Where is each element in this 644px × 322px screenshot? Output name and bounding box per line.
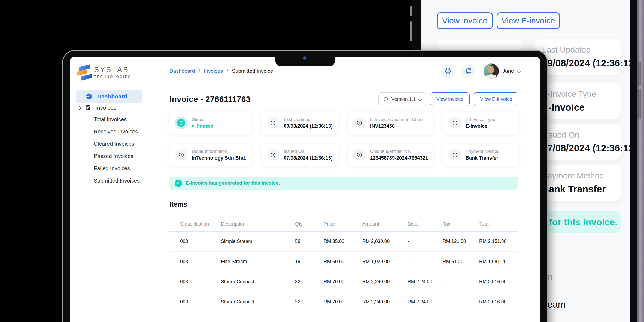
version-label: Version 1.1 (391, 96, 416, 102)
card-buyer-information: Buyer Information inTechnology Sdn Bhd. (169, 144, 252, 166)
view-invoice-label: View invoice (436, 96, 464, 102)
cell: 32 (295, 299, 324, 305)
cell: - (408, 259, 443, 265)
sidebar-item-total-invoices[interactable]: Total Invoices (70, 113, 149, 126)
cell: RM 2,016.00 (479, 279, 518, 285)
page-title: Invoice - 2786111763 (169, 95, 251, 104)
view-einvoice-label: View E-invoice (480, 96, 512, 102)
cell: 003 (180, 279, 221, 285)
col-header: Amount (362, 221, 408, 227)
table-row: 003 Simple Stream 58 RM 35.00 RM 2,030.0… (169, 232, 518, 252)
col-header: Description (221, 221, 295, 227)
cell: - (408, 239, 443, 244)
card-status: Status Passed (169, 112, 252, 134)
breadcrumb-current: Submitted Invoice (232, 68, 273, 74)
cell: - (443, 279, 479, 285)
sidebar-item-label: Dashboard (97, 93, 127, 100)
phone-view-einvoice-button[interactable]: View E-invoice (497, 12, 560, 29)
card-label: E-Invoice Document Code (370, 117, 423, 122)
col-header: Tax (443, 221, 479, 227)
card-value: inTechnology Sdn Bhd. (192, 155, 246, 161)
sidebar-item-cleared-invoices[interactable]: Cleared Invoices (70, 138, 149, 150)
avatar (484, 63, 499, 79)
version-dropdown[interactable]: Version 1.1 (378, 92, 426, 106)
card-value: E-Invoice (466, 123, 495, 129)
stage: View invoice View E-invoice Last Updated… (0, 0, 644, 322)
sidebar-item-label: Invoices (95, 104, 116, 111)
logo: SYSLAB TECHNOLOGIES (77, 65, 149, 80)
user-menu[interactable]: Jane (484, 63, 520, 79)
table-row: 003 Elite Stream 19 RM 60.00 RM 1,020.00… (169, 252, 518, 272)
history-icon (449, 117, 461, 129)
card-last-updated: Last Updated 09/08/2024 (12:36:13) (262, 112, 338, 134)
cell: 003 (180, 259, 221, 265)
card-label: Buyer Information (192, 149, 246, 154)
camera-notch (275, 51, 335, 66)
cell: RM 121.80 (443, 239, 479, 244)
card-value: 07/08/2024 (12:36:13) (284, 155, 333, 161)
syslab-logo-icon (77, 65, 90, 80)
sidebar: SYSLAB TECHNOLOGIES Dashboard (70, 57, 149, 322)
front-camera (303, 56, 307, 60)
cell: RM 60.00 (324, 259, 362, 265)
sidebar-item-invoices[interactable]: Invoices (70, 103, 149, 112)
cell: RM 2,030.00 (362, 239, 408, 244)
phone-volume-button (638, 89, 641, 119)
cell: 58 (295, 239, 324, 244)
col-header: Classification (180, 221, 221, 227)
cell: RM 1,081.20 (479, 259, 518, 265)
phone-card-label: Last Updated (542, 45, 621, 54)
phone-card-label: E-Invoice Type (542, 89, 621, 99)
sidebar-item-received-invoices[interactable]: Received Invoices (70, 126, 149, 138)
col-header: Total (479, 221, 518, 227)
cell: Simple Stream (221, 239, 295, 244)
settings-button[interactable]: ⚙ (441, 64, 455, 78)
phone-card-value: Bank Transfer (542, 184, 621, 195)
col-header: Disc. (408, 221, 443, 227)
history-icon (353, 148, 366, 161)
phone-view-invoice-button[interactable]: View invoice (437, 12, 493, 29)
table-row: 003 Starter Connect 32 RM 70.00 RM 2,240… (169, 292, 518, 312)
breadcrumb-separator: / (227, 68, 228, 74)
card-label: Unique Identifier No. (370, 149, 428, 154)
notifications-button[interactable] (461, 64, 475, 78)
logo-text: SYSLAB TECHNOLOGIES (94, 66, 131, 79)
sidebar-item-submitted-invoices[interactable]: Submitted Invoices (70, 175, 149, 187)
logo-subtitle: TECHNOLOGIES (94, 75, 131, 79)
history-icon (175, 148, 187, 161)
view-invoice-button[interactable]: View invoice (430, 92, 470, 106)
check-icon: ✓ (175, 180, 182, 187)
col-header: Price (324, 221, 362, 227)
items-table: Classification Description Qty Price Amo… (169, 217, 518, 318)
status-dot (192, 125, 194, 127)
history-icon (267, 148, 280, 161)
success-banner-text: E-Invoice has generated for this invoice… (186, 180, 280, 186)
sidebar-item-passed-invoices[interactable]: Passed Invoices (70, 150, 149, 162)
view-einvoice-button[interactable]: View E-invoice (474, 92, 518, 106)
history-icon (383, 96, 388, 102)
cell: RM 1,020.00 (362, 259, 408, 265)
phone-view-invoice-label: View invoice (442, 16, 487, 25)
phone-view-einvoice-label: View E-invoice (502, 16, 555, 25)
card-label: Status (192, 117, 214, 122)
cell: 19 (295, 259, 324, 265)
table-bottom-border (169, 312, 518, 318)
card-einvoice-type: E-Invoice Type E-Invoice (443, 112, 518, 134)
cell: RM 2,240.00 (362, 299, 408, 305)
chevron-right-icon (77, 105, 82, 110)
breadcrumb-invoices[interactable]: Invoices (204, 68, 223, 74)
cell: Elite Stream (221, 259, 295, 265)
cell: RM 70.00 (324, 299, 362, 305)
cell: Starter Connect (221, 299, 295, 305)
card-label: E-Invoice Type (466, 117, 495, 122)
sidebar-item-failed-invoices[interactable]: Failed Invoices (70, 162, 149, 175)
cell: RM 2,016.00 (479, 299, 518, 305)
tablet-device-frame: SYSLAB TECHNOLOGIES Dashboard (62, 50, 548, 322)
sidebar-item-dashboard[interactable]: Dashboard (76, 90, 142, 103)
breadcrumb-dashboard[interactable]: Dashboard (169, 68, 195, 74)
cell: Starter Connect (221, 279, 295, 285)
card-value: Bank Transfer (466, 155, 500, 161)
topbar: Dashboard / Invoices / Submitted Invoice… (149, 57, 540, 85)
card-value: 123456789-2024-7654321 (370, 155, 428, 161)
table-row: 003 Starter Connect 32 RM 70.00 RM 2,240… (169, 272, 518, 292)
